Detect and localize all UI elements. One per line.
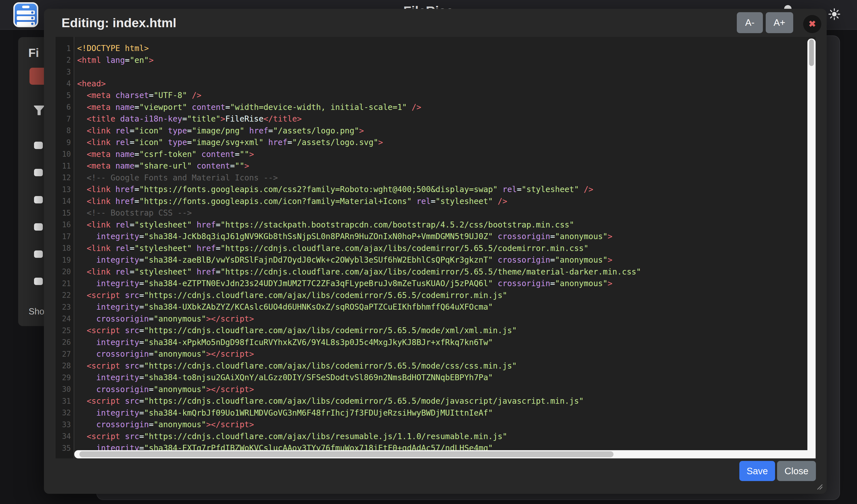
code-line[interactable]: 5 <meta charset="UTF-8" />	[55, 89, 807, 101]
line-number: 2	[55, 56, 74, 64]
code-line[interactable]: 19 integrity="sha384-zaeBlB/vwYsDRSlFajn…	[55, 254, 807, 266]
file-checkbox[interactable]	[34, 142, 43, 149]
line-number: 11	[55, 162, 74, 170]
code-line[interactable]: 24 crossorigin="anonymous"></script>	[55, 313, 807, 325]
app-logo-icon[interactable]	[13, 2, 38, 27]
line-number: 22	[55, 291, 74, 299]
file-checkbox[interactable]	[34, 278, 43, 285]
code-editor[interactable]: 1<!DOCTYPE html>2<html lang="en">34<head…	[55, 37, 816, 458]
code-line[interactable]: 14 <link href="https://fonts.googleapis.…	[55, 195, 807, 207]
line-number: 34	[55, 432, 74, 440]
line-number: 19	[55, 256, 74, 264]
line-number: 9	[55, 138, 74, 147]
line-number: 35	[55, 444, 74, 452]
line-number: 15	[55, 209, 74, 217]
logo-bar	[17, 22, 35, 26]
code-line[interactable]: 2<html lang="en">	[55, 54, 807, 66]
code-line[interactable]: 31 <script src="https://cdnjs.cloudflare…	[55, 395, 807, 407]
line-number: 17	[55, 232, 74, 241]
font-increase-button[interactable]: A+	[766, 12, 793, 33]
save-button[interactable]: Save	[739, 461, 775, 481]
line-number: 14	[55, 197, 74, 205]
line-number: 31	[55, 397, 74, 405]
close-x-icon[interactable]: ✖	[803, 15, 821, 33]
sidebar-heading: Fi	[28, 46, 39, 60]
horizontal-scrollbar[interactable]	[74, 450, 816, 458]
line-number: 32	[55, 409, 74, 417]
logo-handle	[22, 6, 30, 8]
code-line[interactable]: 20 <link rel="stylesheet" href="https://…	[55, 266, 807, 278]
file-checkbox[interactable]	[34, 250, 43, 258]
close-button[interactable]: Close	[777, 461, 816, 481]
line-number: 26	[55, 338, 74, 347]
line-number: 24	[55, 314, 74, 323]
code-line[interactable]: 28 <script src="https://cdnjs.cloudflare…	[55, 360, 807, 372]
file-checkbox-column	[34, 142, 43, 305]
code-line[interactable]: 1<!DOCTYPE html>	[55, 42, 807, 54]
horizontal-scrollbar-thumb[interactable]	[79, 451, 614, 457]
code-line[interactable]: 33 crossorigin="anonymous"></script>	[55, 419, 807, 431]
line-number: 12	[55, 173, 74, 182]
file-checkbox[interactable]	[34, 223, 43, 231]
code-line[interactable]: 8 <link rel="icon" type="image/png" href…	[55, 125, 807, 137]
line-number: 28	[55, 362, 74, 370]
line-number: 23	[55, 303, 74, 311]
code-line[interactable]: 21 integrity="sha384-eZTPTN0EvJdn23s24UD…	[55, 278, 807, 290]
code-line[interactable]: 11 <meta name="share-url" content="">	[55, 160, 807, 172]
file-checkbox[interactable]	[34, 196, 43, 204]
code-line[interactable]: 23 integrity="sha384-UXbkZAbZYZ/KCAslc6U…	[55, 301, 807, 313]
resize-grip-icon[interactable]	[815, 483, 823, 490]
code-line[interactable]: 15 <!-- Bootstrap CSS -->	[55, 207, 807, 219]
line-number: 25	[55, 326, 74, 335]
line-number: 18	[55, 244, 74, 253]
code-line[interactable]: 7 <title data-i18n-key="title">FileRise<…	[55, 113, 807, 125]
code-line[interactable]: 18 <link rel="stylesheet" href="https://…	[55, 243, 807, 255]
code-line[interactable]: 29 integrity="sha384-to8njsu2GAiXQnY/aLG…	[55, 372, 807, 384]
line-number: 16	[55, 221, 74, 229]
file-checkbox[interactable]	[34, 169, 43, 176]
line-number: 1	[55, 44, 74, 53]
code-line[interactable]: 16 <link rel="stylesheet" href="https://…	[55, 219, 807, 231]
sidebar-footer-text: Sho	[29, 307, 44, 317]
line-number: 30	[55, 385, 74, 394]
line-number: 21	[55, 279, 74, 288]
line-number: 27	[55, 350, 74, 359]
code-line[interactable]: 10 <meta name="csrf-token" content="">	[55, 149, 807, 160]
line-number: 4	[55, 79, 74, 88]
code-line[interactable]: 6 <meta name="viewport" content="width=d…	[55, 101, 807, 113]
code-line[interactable]: 13 <link href="https://fonts.googleapis.…	[55, 184, 807, 195]
code-line[interactable]: 27 crossorigin="anonymous"></script>	[55, 348, 807, 360]
code-line[interactable]: 34 <script src="https://cdnjs.cloudflare…	[55, 431, 807, 442]
edit-file-modal: Editing: index.html A- A+ ✖ 1<!DOCTYPE h…	[44, 9, 827, 494]
line-number: 6	[55, 103, 74, 111]
vertical-scrollbar[interactable]	[807, 38, 816, 450]
code-line[interactable]: 32 integrity="sha384-kmQrbJf09Uo1WRLMDVG…	[55, 407, 807, 419]
line-number: 20	[55, 267, 74, 276]
line-number: 8	[55, 126, 74, 135]
vertical-scrollbar-thumb[interactable]	[809, 39, 814, 66]
code-line[interactable]: 25 <script src="https://cdnjs.cloudflare…	[55, 325, 807, 336]
logo-bar	[17, 11, 35, 15]
line-number: 10	[55, 150, 74, 158]
line-number: 29	[55, 373, 74, 382]
code-line[interactable]: 17 integrity="sha384-JcKb8q3iqJ61gNV9KGb…	[55, 231, 807, 243]
filerise-app: FileRise Fi D Sho Editing: index.html A-	[0, 0, 857, 504]
logo-bar	[17, 16, 35, 20]
code-line[interactable]: 22 <script src="https://cdnjs.cloudflare…	[55, 290, 807, 301]
code-line[interactable]: 3	[55, 66, 807, 78]
filter-funnel-icon[interactable]	[34, 105, 45, 116]
line-number: 33	[55, 420, 74, 429]
code-line[interactable]: 9 <link rel="icon" type="image/svg+xml" …	[55, 137, 807, 149]
code-line[interactable]: 12 <!-- Google Fonts and Material Icons …	[55, 172, 807, 184]
line-number: 13	[55, 185, 74, 194]
font-decrease-button[interactable]: A-	[737, 12, 763, 33]
code-lines[interactable]: 1<!DOCTYPE html>2<html lang="en">34<head…	[55, 42, 807, 454]
code-line[interactable]: 4<head>	[55, 78, 807, 90]
code-line[interactable]: 30 crossorigin="anonymous"></script>	[55, 384, 807, 396]
line-number: 5	[55, 91, 74, 100]
line-number: 3	[55, 68, 74, 76]
code-line[interactable]: 26 integrity="sha384-xPpkMo5nDgD98fIcuRV…	[55, 336, 807, 348]
line-number: 7	[55, 115, 74, 123]
theme-toggle-sun-icon[interactable]	[828, 8, 841, 20]
modal-title: Editing: index.html	[62, 16, 177, 30]
